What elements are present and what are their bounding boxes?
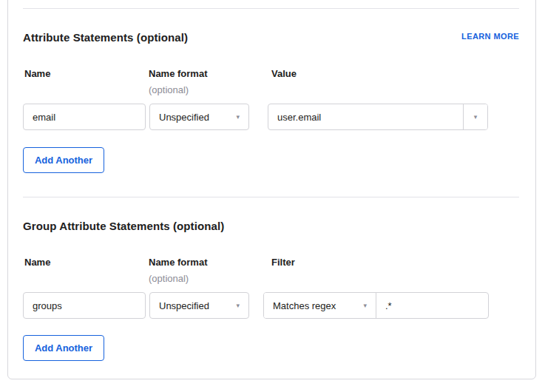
chevron-down-icon: ▾: [236, 303, 240, 309]
add-another-attribute-button[interactable]: Add Another: [23, 147, 104, 173]
group-filter-group: Matches regex ▾: [263, 292, 489, 319]
group-filter-type-select[interactable]: Matches regex ▾: [264, 293, 376, 318]
group-name-format-selected-value: Unspecified: [159, 300, 209, 311]
col-header-filter: Filter: [271, 257, 295, 268]
group-filter-value-input[interactable]: [376, 293, 488, 318]
attr-value-dropdown-toggle[interactable]: ▾: [463, 104, 487, 129]
settings-card: [7, 0, 536, 379]
group-attribute-statements-heading: Group Attribute Statements (optional): [23, 220, 224, 232]
section-divider: [23, 8, 519, 9]
group-name-format-select[interactable]: Unspecified ▾: [149, 292, 249, 319]
col-header-name-format: Name format: [149, 257, 207, 268]
chevron-down-icon: ▾: [363, 303, 367, 309]
group-filter-type-selected-value: Matches regex: [273, 300, 336, 311]
attr-value-input[interactable]: [268, 104, 463, 129]
learn-more-link[interactable]: LEARN MORE: [461, 32, 519, 41]
chevron-down-icon: ▾: [236, 114, 240, 121]
col-header-value: Value: [271, 68, 297, 79]
section-divider: [23, 197, 519, 197]
col-header-name-format-hint: (optional): [149, 84, 189, 95]
saml-settings-panel: Attribute Statements (optional) LEARN MO…: [0, 0, 545, 392]
group-name-input[interactable]: [23, 292, 146, 319]
col-header-name: Name: [24, 257, 50, 268]
attr-name-format-select[interactable]: Unspecified ▾: [149, 104, 249, 130]
attr-value-group: ▾: [268, 104, 488, 130]
chevron-down-icon: ▾: [474, 114, 478, 121]
attr-name-format-selected-value: Unspecified: [159, 112, 209, 123]
attr-name-input[interactable]: [23, 104, 146, 130]
col-header-name-format: Name format: [149, 68, 207, 79]
col-header-name: Name: [24, 68, 50, 79]
attribute-statements-heading: Attribute Statements (optional): [23, 31, 188, 44]
col-header-name-format-hint: (optional): [149, 273, 189, 284]
add-another-group-attribute-button[interactable]: Add Another: [23, 335, 104, 361]
